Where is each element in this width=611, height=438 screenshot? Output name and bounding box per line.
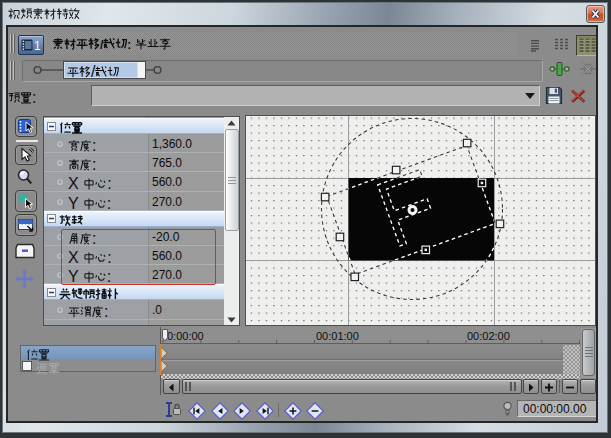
svg-text:1: 1 bbox=[34, 39, 41, 53]
